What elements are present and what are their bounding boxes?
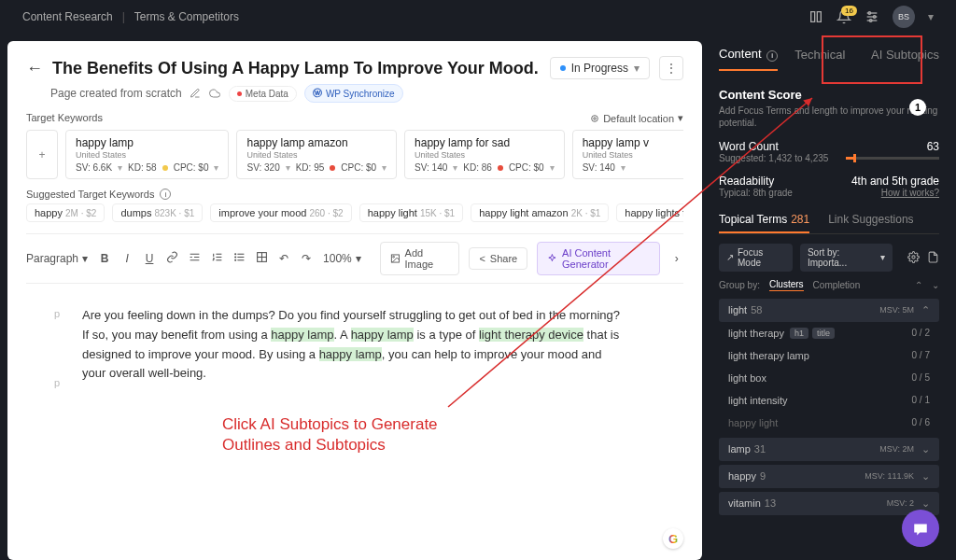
group-clusters[interactable]: Clusters (769, 279, 804, 291)
zoom-dropdown[interactable]: 100%▾ (323, 252, 361, 265)
term-cluster-header[interactable]: light58MSV: 5M⌃ (719, 299, 939, 322)
info-icon[interactable]: i (160, 189, 171, 200)
subtab-topical-terms[interactable]: Topical Terms 281 (719, 213, 809, 233)
chevron-down-icon[interactable]: ▾ (928, 10, 934, 23)
wp-sync-pill[interactable]: ⓦ WP Synchronize (304, 84, 403, 103)
keyword-card[interactable]: happy lamp for sadUnited StatesSV: 140▾K… (404, 130, 565, 179)
bell-icon[interactable]: 16 (836, 9, 851, 24)
term-cluster-header[interactable]: happy9MSV: 111.9K⌄ (719, 465, 939, 488)
keyword-card[interactable]: happy lamp vUnited StatesSV: 140▾ (572, 130, 683, 179)
quote-button[interactable] (187, 251, 202, 266)
readability-label: Readability (719, 175, 793, 188)
notification-badge: 16 (841, 6, 857, 16)
redo-button[interactable]: ↷ (299, 252, 314, 265)
underline-button[interactable]: U (142, 252, 157, 265)
more-menu-button[interactable]: ⋮ (659, 56, 683, 80)
meta-data-pill[interactable]: Meta Data (229, 86, 297, 102)
keyword-card[interactable]: happy lamp amazonUnited StatesSV: 320▾KD… (236, 130, 397, 179)
svg-point-22 (912, 256, 915, 259)
highlight-term: happy lamp (319, 347, 382, 361)
page-subtitle: Page created from scratch (50, 87, 182, 100)
term-cluster-header[interactable]: lamp31MSV: 2M⌄ (719, 438, 939, 461)
suggested-label: Suggested Target Keywords i (26, 189, 171, 200)
image-icon (390, 253, 401, 264)
focus-mode-button[interactable]: ↗ Focus Mode (719, 244, 793, 272)
italic-button[interactable]: I (120, 252, 134, 265)
target-icon (590, 114, 599, 123)
breadcrumb-1[interactable]: Content Research (22, 10, 113, 23)
sort-dropdown[interactable]: Sort by: Importa...▾ (800, 244, 893, 272)
word-count-slider (846, 157, 939, 160)
chevron-down-icon: ▾ (678, 112, 683, 124)
cloud-icon[interactable] (208, 88, 221, 99)
bold-button[interactable]: B (97, 252, 112, 265)
subtab-link-suggestions[interactable]: Link Suggestions (828, 213, 913, 233)
share-button[interactable]: <Share (469, 247, 527, 270)
svg-point-14 (234, 254, 235, 255)
expand-all-icon[interactable]: ⌄ (932, 280, 939, 290)
info-icon[interactable]: i (766, 50, 778, 62)
term-item[interactable]: happy light0 / 6 (719, 412, 939, 434)
link-button[interactable] (164, 251, 179, 266)
collapse-all-icon[interactable]: ⌃ (915, 280, 922, 290)
chat-fab[interactable] (902, 510, 939, 547)
status-label: In Progress (571, 62, 628, 75)
ai-generator-button[interactable]: AI Content Generator (537, 242, 660, 275)
chevron-right-icon[interactable]: › (669, 252, 683, 265)
suggested-keyword-pill[interactable]: happy 2M · $2 (26, 203, 105, 222)
paragraph-marker: p (54, 375, 60, 392)
location-selector[interactable]: Default location ▾ (590, 112, 683, 124)
export-icon[interactable] (927, 251, 939, 263)
term-cluster-header[interactable]: vitamin13MSV: 2⌄ (719, 492, 939, 515)
svg-point-15 (234, 257, 235, 258)
tutorial-highlight-box (822, 35, 922, 84)
readability-sub: Typical: 8th grade (719, 188, 793, 198)
book-icon[interactable] (808, 9, 823, 24)
expand-icon: ↗ (726, 252, 734, 262)
tab-content[interactable]: Content i (719, 47, 778, 71)
term-item[interactable]: light therapyh1title0 / 2 (719, 322, 939, 344)
content-editor[interactable]: p Are you feeling down in the dumps? Do … (26, 284, 683, 549)
google-badge[interactable]: G (663, 528, 683, 549)
chat-icon (912, 520, 929, 537)
svg-point-6 (592, 115, 598, 121)
how-it-works-link[interactable]: How it works? (851, 188, 939, 198)
tutorial-step-badge: 1 (909, 99, 926, 116)
paragraph-dropdown[interactable]: Paragraph▾ (26, 252, 88, 265)
chevron-down-icon: ▾ (634, 62, 640, 75)
gear-icon[interactable] (907, 251, 920, 263)
back-arrow-icon[interactable]: ← (26, 59, 43, 78)
highlight-term: light therapy device (479, 328, 583, 342)
suggested-keyword-pill[interactable]: improve your mood 260 · $2 (210, 203, 351, 222)
edit-icon[interactable] (190, 88, 201, 99)
term-item[interactable]: light box0 / 5 (719, 367, 939, 389)
add-keyword-button[interactable]: + (26, 130, 58, 179)
paragraph-marker: p (54, 306, 60, 323)
term-item[interactable]: light intensity0 / 1 (719, 389, 939, 412)
word-count-sub: Suggested: 1,432 to 4,235 (719, 153, 828, 163)
suggested-keyword-pill[interactable]: happy light amazon 2K · $1 (471, 203, 609, 222)
group-by-label: Group by: (719, 280, 760, 290)
page-title: The Benefits Of Using A Happy Lamp To Im… (52, 59, 541, 78)
paragraph-1[interactable]: Are you feeling down in the dumps? Do yo… (82, 306, 627, 384)
undo-button[interactable]: ↶ (276, 252, 291, 265)
breadcrumb-2[interactable]: Terms & Competitors (134, 10, 239, 23)
table-button[interactable] (254, 251, 269, 266)
svg-point-21 (392, 256, 394, 258)
add-image-button[interactable]: Add Image (380, 242, 460, 275)
bullet-list-button[interactable] (232, 251, 246, 266)
alert-dot-icon (237, 91, 242, 96)
status-dropdown[interactable]: In Progress ▾ (550, 57, 650, 79)
svg-point-7 (594, 117, 597, 119)
avatar[interactable]: BS (893, 6, 915, 28)
status-dot-icon (560, 65, 566, 71)
term-item[interactable]: light therapy lamp0 / 7 (719, 344, 939, 367)
settings-icon[interactable] (865, 9, 879, 24)
readability-value: 4th and 5th grade (851, 175, 939, 188)
suggested-keyword-pill[interactable]: dumps 823K · $1 (112, 203, 203, 222)
ordered-list-button[interactable] (209, 251, 224, 266)
suggested-keyword-pill[interactable]: happy lights for depression 110 (616, 203, 683, 222)
keyword-card[interactable]: happy lampUnited StatesSV: 6.6K▾KD: 58CP… (65, 130, 229, 179)
group-completion[interactable]: Completion (813, 280, 861, 290)
suggested-keyword-pill[interactable]: happy light 15K · $1 (359, 203, 464, 222)
